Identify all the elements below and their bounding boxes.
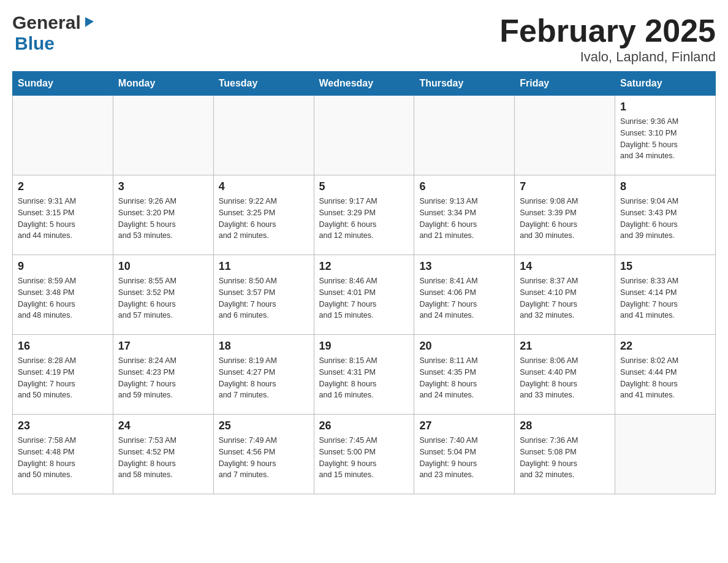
day-info: Sunrise: 7:36 AMSunset: 5:08 PMDaylight:… xyxy=(520,435,610,481)
day-info: Sunrise: 9:31 AMSunset: 3:15 PMDaylight:… xyxy=(18,196,108,242)
day-info: Sunrise: 7:58 AMSunset: 4:48 PMDaylight:… xyxy=(18,435,108,481)
day-info: Sunrise: 8:06 AMSunset: 4:40 PMDaylight:… xyxy=(520,355,610,401)
calendar-day-cell: 18Sunrise: 8:19 AMSunset: 4:27 PMDayligh… xyxy=(213,335,314,415)
day-info: Sunrise: 8:24 AMSunset: 4:23 PMDaylight:… xyxy=(118,355,208,401)
day-number: 19 xyxy=(319,340,409,353)
calendar-day-cell: 7Sunrise: 9:08 AMSunset: 3:39 PMDaylight… xyxy=(515,175,615,255)
day-number: 21 xyxy=(520,340,610,353)
calendar-day-cell: 27Sunrise: 7:40 AMSunset: 5:04 PMDayligh… xyxy=(414,415,515,494)
col-thursday: Thursday xyxy=(414,72,515,96)
day-info: Sunrise: 8:50 AMSunset: 3:57 PMDaylight:… xyxy=(219,275,309,321)
logo: General Blue xyxy=(12,12,96,54)
day-info: Sunrise: 9:04 AMSunset: 3:43 PMDaylight:… xyxy=(620,196,710,242)
day-info: Sunrise: 8:46 AMSunset: 4:01 PMDaylight:… xyxy=(319,275,409,321)
calendar-day-cell: 24Sunrise: 7:53 AMSunset: 4:52 PMDayligh… xyxy=(113,415,213,494)
month-title: February 2025 xyxy=(499,12,716,49)
day-number: 16 xyxy=(18,340,108,353)
day-number: 10 xyxy=(118,260,208,273)
day-info: Sunrise: 7:40 AMSunset: 5:04 PMDaylight:… xyxy=(419,435,509,481)
day-info: Sunrise: 8:41 AMSunset: 4:06 PMDaylight:… xyxy=(419,275,509,321)
day-info: Sunrise: 8:55 AMSunset: 3:52 PMDaylight:… xyxy=(118,275,208,321)
day-info: Sunrise: 9:17 AMSunset: 3:29 PMDaylight:… xyxy=(319,196,409,242)
calendar-table: Sunday Monday Tuesday Wednesday Thursday… xyxy=(12,71,716,494)
calendar-day-cell: 13Sunrise: 8:41 AMSunset: 4:06 PMDayligh… xyxy=(414,255,515,335)
day-number: 6 xyxy=(419,180,509,193)
calendar-day-cell: 26Sunrise: 7:45 AMSunset: 5:00 PMDayligh… xyxy=(314,415,414,494)
day-info: Sunrise: 9:26 AMSunset: 3:20 PMDaylight:… xyxy=(118,196,208,242)
calendar-day-cell: 15Sunrise: 8:33 AMSunset: 4:14 PMDayligh… xyxy=(615,255,716,335)
day-info: Sunrise: 8:11 AMSunset: 4:35 PMDaylight:… xyxy=(419,355,509,401)
calendar-week-row: 16Sunrise: 8:28 AMSunset: 4:19 PMDayligh… xyxy=(13,335,716,415)
calendar-day-cell xyxy=(615,415,716,494)
day-info: Sunrise: 8:28 AMSunset: 4:19 PMDaylight:… xyxy=(18,355,108,401)
calendar-day-cell: 3Sunrise: 9:26 AMSunset: 3:20 PMDaylight… xyxy=(113,175,213,255)
day-number: 15 xyxy=(620,260,710,273)
title-area: February 2025 Ivalo, Lapland, Finland xyxy=(499,12,716,65)
day-number: 22 xyxy=(620,340,710,353)
day-number: 18 xyxy=(219,340,309,353)
day-info: Sunrise: 9:08 AMSunset: 3:39 PMDaylight:… xyxy=(520,196,610,242)
calendar-day-cell: 20Sunrise: 8:11 AMSunset: 4:35 PMDayligh… xyxy=(414,335,515,415)
calendar-day-cell: 2Sunrise: 9:31 AMSunset: 3:15 PMDaylight… xyxy=(13,175,113,255)
day-info: Sunrise: 9:13 AMSunset: 3:34 PMDaylight:… xyxy=(419,196,509,242)
logo-blue: Blue xyxy=(15,33,55,53)
calendar-day-cell: 22Sunrise: 8:02 AMSunset: 4:44 PMDayligh… xyxy=(615,335,716,415)
svg-marker-0 xyxy=(85,17,94,27)
calendar-day-cell xyxy=(213,96,314,175)
calendar-day-cell xyxy=(13,96,113,175)
day-number: 23 xyxy=(18,419,108,432)
day-number: 8 xyxy=(620,180,710,193)
logo-arrow-icon xyxy=(83,15,96,31)
col-friday: Friday xyxy=(515,72,615,96)
day-info: Sunrise: 7:49 AMSunset: 4:56 PMDaylight:… xyxy=(219,435,309,481)
day-number: 14 xyxy=(520,260,610,273)
calendar-day-cell: 14Sunrise: 8:37 AMSunset: 4:10 PMDayligh… xyxy=(515,255,615,335)
calendar-day-cell: 28Sunrise: 7:36 AMSunset: 5:08 PMDayligh… xyxy=(515,415,615,494)
calendar-week-row: 1Sunrise: 9:36 AMSunset: 3:10 PMDaylight… xyxy=(13,96,716,175)
calendar-day-cell: 16Sunrise: 8:28 AMSunset: 4:19 PMDayligh… xyxy=(13,335,113,415)
day-info: Sunrise: 9:22 AMSunset: 3:25 PMDaylight:… xyxy=(219,196,309,242)
col-wednesday: Wednesday xyxy=(314,72,414,96)
day-info: Sunrise: 8:15 AMSunset: 4:31 PMDaylight:… xyxy=(319,355,409,401)
day-number: 1 xyxy=(620,101,710,113)
calendar-day-cell: 19Sunrise: 8:15 AMSunset: 4:31 PMDayligh… xyxy=(314,335,414,415)
calendar-day-cell: 8Sunrise: 9:04 AMSunset: 3:43 PMDaylight… xyxy=(615,175,716,255)
calendar-week-row: 9Sunrise: 8:59 AMSunset: 3:48 PMDaylight… xyxy=(13,255,716,335)
day-info: Sunrise: 8:19 AMSunset: 4:27 PMDaylight:… xyxy=(219,355,309,401)
day-info: Sunrise: 8:33 AMSunset: 4:14 PMDaylight:… xyxy=(620,275,710,321)
calendar-day-cell: 9Sunrise: 8:59 AMSunset: 3:48 PMDaylight… xyxy=(13,255,113,335)
calendar-day-cell: 5Sunrise: 9:17 AMSunset: 3:29 PMDaylight… xyxy=(314,175,414,255)
calendar-day-cell xyxy=(314,96,414,175)
calendar-week-row: 2Sunrise: 9:31 AMSunset: 3:15 PMDaylight… xyxy=(13,175,716,255)
calendar-day-cell xyxy=(113,96,213,175)
calendar-day-cell: 17Sunrise: 8:24 AMSunset: 4:23 PMDayligh… xyxy=(113,335,213,415)
day-number: 7 xyxy=(520,180,610,193)
day-number: 13 xyxy=(419,260,509,273)
day-number: 9 xyxy=(18,260,108,273)
day-info: Sunrise: 7:53 AMSunset: 4:52 PMDaylight:… xyxy=(118,435,208,481)
day-number: 2 xyxy=(18,180,108,193)
calendar-day-cell: 21Sunrise: 8:06 AMSunset: 4:40 PMDayligh… xyxy=(515,335,615,415)
day-number: 11 xyxy=(219,260,309,273)
calendar-day-cell: 11Sunrise: 8:50 AMSunset: 3:57 PMDayligh… xyxy=(213,255,314,335)
calendar-day-cell xyxy=(515,96,615,175)
calendar-day-cell xyxy=(414,96,515,175)
day-number: 26 xyxy=(319,419,409,432)
col-tuesday: Tuesday xyxy=(213,72,314,96)
logo-general: General xyxy=(12,12,81,33)
calendar-week-row: 23Sunrise: 7:58 AMSunset: 4:48 PMDayligh… xyxy=(13,415,716,494)
day-number: 24 xyxy=(118,419,208,432)
col-sunday: Sunday xyxy=(13,72,113,96)
col-saturday: Saturday xyxy=(615,72,716,96)
day-info: Sunrise: 8:02 AMSunset: 4:44 PMDaylight:… xyxy=(620,355,710,401)
day-number: 20 xyxy=(419,340,509,353)
day-number: 4 xyxy=(219,180,309,193)
calendar-day-cell: 25Sunrise: 7:49 AMSunset: 4:56 PMDayligh… xyxy=(213,415,314,494)
day-number: 12 xyxy=(319,260,409,273)
calendar-day-cell: 23Sunrise: 7:58 AMSunset: 4:48 PMDayligh… xyxy=(13,415,113,494)
day-number: 3 xyxy=(118,180,208,193)
day-number: 17 xyxy=(118,340,208,353)
calendar-header-row: Sunday Monday Tuesday Wednesday Thursday… xyxy=(13,72,716,96)
day-info: Sunrise: 9:36 AMSunset: 3:10 PMDaylight:… xyxy=(620,116,710,162)
day-info: Sunrise: 8:37 AMSunset: 4:10 PMDaylight:… xyxy=(520,275,610,321)
